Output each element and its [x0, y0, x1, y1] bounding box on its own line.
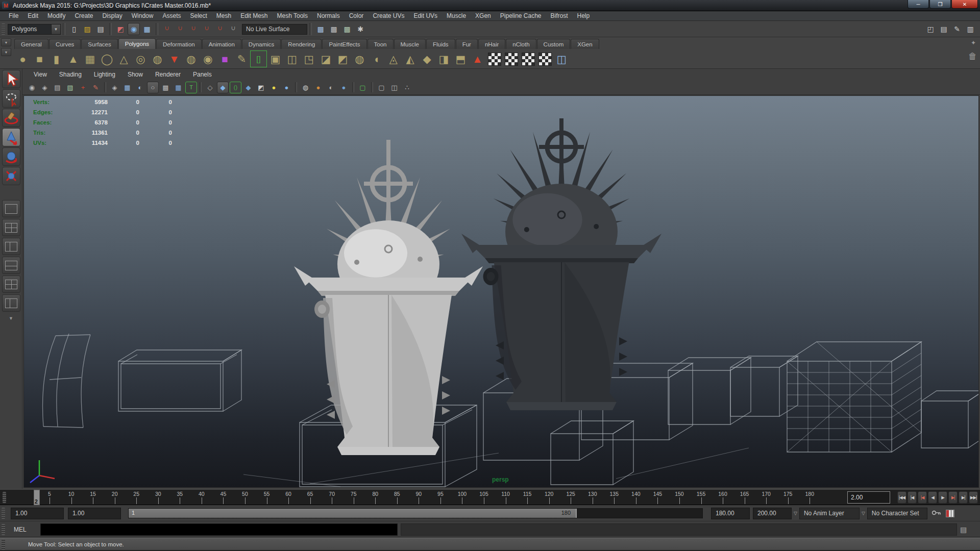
shelf-menu-icon[interactable]: ▼ [1, 48, 11, 56]
checker-shade-icon[interactable]: ◩ [255, 82, 267, 93]
play-backwards-button[interactable]: ◀ [928, 491, 937, 504]
open-scene-icon[interactable]: ▨ [81, 23, 93, 35]
planar-mapping-icon[interactable] [486, 51, 503, 67]
shelf-tab-polygons[interactable]: Polygons [118, 38, 156, 49]
menu-item-color[interactable]: Color [345, 12, 369, 19]
group-separator[interactable] [156, 23, 158, 35]
panel-menu-view[interactable]: View [29, 71, 52, 78]
shelf-tab-rendering[interactable]: Rendering [281, 39, 322, 49]
shelf-editor-icon[interactable]: ✦ [971, 39, 976, 46]
shelf-tab-menu-icon[interactable]: ▼ [1, 38, 11, 46]
snap-to-points-icon[interactable]: ∩ [187, 23, 200, 35]
go-to-end-button[interactable]: ▶▶| [969, 491, 978, 504]
extract-icon[interactable]: ◳ [301, 51, 317, 67]
rotate-tool[interactable] [2, 147, 20, 166]
auto-keyframe-icon[interactable] [932, 509, 942, 518]
subdiv-proxy-icon[interactable]: ◉ [200, 51, 216, 67]
uv-editor-icon[interactable]: ◫ [553, 51, 570, 67]
hypershade-persp-layout-button[interactable] [2, 276, 20, 293]
live-surface-field[interactable]: No Live Surface [242, 24, 307, 35]
panel-layout-icon[interactable]: ◫ [388, 82, 400, 93]
save-scene-icon[interactable]: ▤ [94, 23, 107, 35]
poly-torus-icon[interactable]: ◯ [99, 51, 115, 67]
range-slider-selected[interactable]: 1 180 [129, 509, 577, 518]
menu-item-edit-mesh[interactable]: Edit Mesh [236, 12, 272, 19]
selection-mode-dropdown[interactable]: Polygons ▼ [8, 24, 61, 35]
use-all-lights-icon[interactable]: ● [268, 82, 280, 93]
play-forwards-button[interactable]: ▶ [938, 491, 947, 504]
channel-box-toggle-icon[interactable]: ▥ [964, 23, 976, 35]
open-render-view-icon[interactable]: ▩ [314, 23, 327, 35]
mel-result-field[interactable] [401, 523, 957, 536]
script-editor-icon[interactable]: ▤ [960, 525, 967, 534]
default-light-icon[interactable]: ● [281, 82, 292, 93]
film-gate-icon[interactable]: ◈ [109, 82, 120, 93]
shadows-icon[interactable]: ● [338, 82, 350, 93]
2d-pan-zoom-icon[interactable]: + [77, 82, 89, 93]
mel-command-input[interactable] [40, 523, 398, 536]
shelf-tab-nhair[interactable]: nHair [478, 39, 505, 49]
isolate-bracket-icon[interactable]: () [230, 82, 241, 93]
flat-shade-icon[interactable]: ◆ [242, 82, 254, 93]
menu-item-create-uvs[interactable]: Create UVs [368, 12, 409, 19]
menu-item-window[interactable]: Window [127, 12, 158, 19]
trash-icon[interactable]: 🗑 [968, 52, 977, 62]
menu-item-modify[interactable]: Modify [43, 12, 70, 19]
panel-menu-renderer[interactable]: Renderer [150, 71, 186, 78]
select-hierarchy-icon[interactable]: ◩ [114, 23, 127, 35]
panel-menu-panels[interactable]: Panels [188, 71, 217, 78]
go-to-start-button[interactable]: |◀◀ [897, 491, 906, 504]
snap-to-projected-center-icon[interactable]: ∩ [201, 23, 213, 35]
poly-disc-icon[interactable]: ◍ [149, 51, 166, 67]
render-settings-icon[interactable]: ✱ [354, 23, 366, 35]
poly-cone-icon[interactable]: ▲ [65, 51, 82, 67]
isolate-select-icon[interactable]: ▢ [357, 82, 369, 93]
bevel-icon[interactable]: ◆ [419, 51, 435, 67]
resolution-gate-icon[interactable]: ▦ [121, 82, 133, 93]
animation-start-field[interactable]: 1.00 [68, 508, 121, 519]
four-view-layout-button[interactable] [2, 219, 20, 236]
sculpt-arrow-icon[interactable]: ▲ [469, 51, 486, 67]
light-tower-model[interactable] [294, 140, 483, 455]
poly-prism-icon[interactable]: △ [115, 51, 132, 67]
boolean-difference-icon[interactable]: ◩ [334, 51, 351, 67]
group-separator[interactable] [309, 23, 312, 35]
persp-outliner-layout-button[interactable] [2, 238, 20, 255]
group-separator[interactable] [109, 23, 112, 35]
textured-mode-icon[interactable]: ● [312, 82, 324, 93]
viewport-3d[interactable]: Verts:595800Edges:1227100Faces:637800Tri… [23, 95, 979, 488]
reduce-icon[interactable]: ◖ [368, 51, 385, 67]
node-links-icon[interactable]: ∴ [401, 82, 413, 93]
menu-item-edit[interactable]: Edit [23, 12, 43, 19]
boolean-union-icon[interactable]: ◪ [317, 51, 334, 67]
ipr-render-icon[interactable]: ▩ [341, 23, 353, 35]
menu-item-create[interactable]: Create [70, 12, 97, 19]
snap-to-grids-icon[interactable]: ∩ [161, 23, 173, 35]
shelf-tab-xgen[interactable]: XGen [571, 39, 599, 49]
make-live-icon[interactable]: ∩ [227, 23, 239, 35]
tool-settings-toggle-icon[interactable]: ✎ [951, 23, 963, 35]
paint-selection-tool[interactable] [2, 109, 20, 127]
menu-item-help[interactable]: Help [573, 12, 595, 19]
toolbox-expand-icon[interactable]: ▼ [9, 316, 13, 321]
poly-sphere-icon[interactable]: ● [14, 51, 31, 67]
bookmarks-icon[interactable]: ▤ [52, 82, 63, 93]
shelf-tab-muscle[interactable]: Muscle [394, 39, 426, 49]
snap-to-curves-icon[interactable]: ∩ [174, 23, 186, 35]
extrude-icon[interactable]: ⬒ [452, 51, 469, 67]
shelf-tab-curves[interactable]: Curves [49, 39, 81, 49]
character-set-menu[interactable]: No Character Set [867, 508, 927, 519]
shelf-tab-fur[interactable]: Fur [456, 39, 478, 49]
no-gate-icon[interactable]: ▩ [160, 82, 172, 93]
select-objects-icon[interactable]: ◉ [128, 23, 140, 35]
chevron-down-icon[interactable]: ▽ [794, 511, 797, 516]
wireframe-icon[interactable]: ◇ [204, 82, 216, 93]
smooth-icon[interactable]: ◍ [351, 51, 368, 67]
gate-mask-icon[interactable]: ◐ [134, 82, 146, 93]
poly-pipe-icon[interactable]: ◎ [132, 51, 149, 67]
menu-item-file[interactable]: File [4, 12, 23, 19]
modeling-toolkit-toggle-icon[interactable]: ◰ [924, 23, 937, 35]
default-material-icon[interactable]: ◍ [300, 82, 311, 93]
group-separator[interactable] [63, 23, 65, 35]
command-grip[interactable] [2, 524, 5, 535]
